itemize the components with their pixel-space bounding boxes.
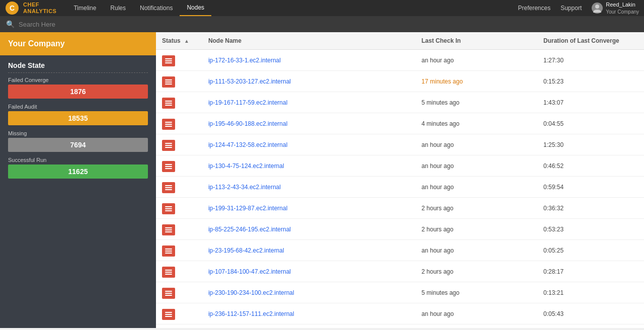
last-check-cell: an hour ago <box>416 50 537 71</box>
status-lines-icon <box>164 248 174 255</box>
status-icon[interactable] <box>162 140 175 151</box>
node-name-cell[interactable]: ip-111-53-203-127.ec2.internal <box>202 71 416 92</box>
missing-label: Missing <box>8 130 148 136</box>
sort-arrow-icon: ▲ <box>184 38 189 44</box>
status-icon[interactable] <box>162 288 175 299</box>
table-row: ip-130-4-75-124.ec2.internalan hour ago0… <box>156 155 644 177</box>
status-lines-icon <box>164 57 174 64</box>
node-name-cell[interactable]: ip-172-16-33-1.ec2.internal <box>202 50 416 71</box>
svg-text:C: C <box>10 4 15 12</box>
table-row: ip-124-47-132-58.ec2.internalan hour ago… <box>156 134 644 155</box>
status-icon[interactable] <box>162 309 175 320</box>
node-state-section: Node State Failed Converge 1876 Failed A… <box>0 55 156 190</box>
table-row: ip-115-232-235-228.ec2.internalan hour a… <box>156 324 644 328</box>
table-row: ip-111-53-203-127.ec2.internal17 minutes… <box>156 71 644 92</box>
duration-cell: 0:53:23 <box>537 219 644 240</box>
table-row: ip-195-46-90-188.ec2.internal4 minutes a… <box>156 113 644 134</box>
failed-audit-bar[interactable]: 18535 <box>8 111 148 125</box>
status-icon[interactable] <box>162 119 175 130</box>
duration-cell: 1:27:30 <box>537 50 644 71</box>
failed-converge-bar[interactable]: 1876 <box>8 85 148 99</box>
col-duration[interactable]: Duration of Last Converge <box>537 32 644 50</box>
status-icon[interactable] <box>162 203 175 214</box>
last-check-cell: 5 minutes ago <box>416 282 537 303</box>
nav-logo-row: C CHEF ANALYTiCS Timeline Rules Notifica… <box>5 0 211 16</box>
node-name-cell[interactable]: ip-19-167-117-59.ec2.internal <box>202 92 416 113</box>
duration-cell: 0:13:21 <box>537 282 644 303</box>
status-cell <box>156 155 202 177</box>
successful-bar[interactable]: 11625 <box>8 164 148 179</box>
user-name: Reed_Lakin <box>606 1 639 8</box>
node-name-cell[interactable]: ip-115-232-235-228.ec2.internal <box>202 324 416 328</box>
node-name-cell[interactable]: ip-236-112-157-111.ec2.internal <box>202 303 416 324</box>
last-check-cell: 2 hours ago <box>416 261 537 282</box>
top-navigation: C CHEF ANALYTiCS Timeline Rules Notifica… <box>0 0 644 16</box>
col-status[interactable]: Status ▲ <box>156 32 202 50</box>
status-cell <box>156 198 202 219</box>
nav-notifications[interactable]: Notifications <box>133 0 180 16</box>
nav-timeline[interactable]: Timeline <box>66 0 103 16</box>
status-cell <box>156 113 202 134</box>
col-node-name[interactable]: Node Name <box>202 32 416 50</box>
duration-cell: 0:05:43 <box>537 303 644 324</box>
status-icon[interactable] <box>162 55 175 66</box>
last-check-cell: 5 minutes ago <box>416 92 537 113</box>
preferences-link[interactable]: Preferences <box>518 5 550 12</box>
failed-converge-item: Failed Converge 1876 <box>8 77 148 99</box>
table-row: ip-107-184-100-47.ec2.internal2 hours ag… <box>156 261 644 282</box>
status-cell <box>156 219 202 240</box>
status-icon[interactable] <box>162 182 175 193</box>
last-check-cell: 2 hours ago <box>416 219 537 240</box>
duration-cell: 0:15:23 <box>537 71 644 92</box>
table-row: ip-230-190-234-100.ec2.internal5 minutes… <box>156 282 644 303</box>
col-last-check-in[interactable]: Last Check In <box>416 32 537 50</box>
nodes-table: Status ▲ Node Name Last Check In Duratio… <box>156 32 644 328</box>
status-icon[interactable] <box>162 267 175 278</box>
nav-nodes[interactable]: Nodes <box>180 0 211 16</box>
nav-rules[interactable]: Rules <box>103 0 133 16</box>
successful-label: Successful Run <box>8 157 148 163</box>
search-bar: 🔍 <box>0 16 644 32</box>
table-row: ip-113-2-43-34.ec2.internalan hour ago0:… <box>156 177 644 198</box>
last-check-cell: an hour ago <box>416 324 537 328</box>
status-icon[interactable] <box>162 161 175 172</box>
status-icon[interactable] <box>162 98 175 109</box>
status-icon[interactable] <box>162 224 175 235</box>
status-cell <box>156 282 202 303</box>
table-row: ip-85-225-246-195.ec2.internal2 hours ag… <box>156 219 644 240</box>
failed-audit-item: Failed Audit 18535 <box>8 104 148 125</box>
last-check-cell: an hour ago <box>416 134 537 155</box>
node-name-cell[interactable]: ip-85-225-246-195.ec2.internal <box>202 219 416 240</box>
duration-cell: 0:05:06 <box>537 324 644 328</box>
status-cell <box>156 134 202 155</box>
node-name-cell[interactable]: ip-130-4-75-124.ec2.internal <box>202 155 416 177</box>
status-icon[interactable] <box>162 245 175 257</box>
user-info: Reed_Lakin Your Company <box>592 1 639 15</box>
table-row: ip-23-195-68-42.ec2.internalan hour ago0… <box>156 240 644 261</box>
status-lines-icon <box>164 311 174 318</box>
chef-logo-icon: C <box>5 1 19 15</box>
table-body: ip-172-16-33-1.ec2.internalan hour ago1:… <box>156 50 644 328</box>
node-name-cell[interactable]: ip-230-190-234-100.ec2.internal <box>202 282 416 303</box>
company-header: Your Company <box>0 32 156 55</box>
node-name-cell[interactable]: ip-124-47-132-58.ec2.internal <box>202 134 416 155</box>
support-link[interactable]: Support <box>560 5 582 12</box>
node-name-cell[interactable]: ip-113-2-43-34.ec2.internal <box>202 177 416 198</box>
status-cell <box>156 303 202 324</box>
status-lines-icon <box>164 121 174 128</box>
search-input[interactable] <box>19 21 638 28</box>
status-lines-icon <box>164 269 174 276</box>
node-name-cell[interactable]: ip-199-31-129-87.ec2.internal <box>202 198 416 219</box>
status-icon[interactable] <box>162 76 175 88</box>
last-check-cell: an hour ago <box>416 155 537 177</box>
status-lines-icon <box>164 205 174 212</box>
logo-text: CHEF ANALYTiCS <box>23 2 56 15</box>
node-name-cell[interactable]: ip-23-195-68-42.ec2.internal <box>202 240 416 261</box>
missing-item: Missing 7694 <box>8 130 148 152</box>
node-state-title: Node State <box>8 61 148 73</box>
table-row: ip-19-167-117-59.ec2.internal5 minutes a… <box>156 92 644 113</box>
missing-bar[interactable]: 7694 <box>8 138 148 152</box>
node-name-cell[interactable]: ip-107-184-100-47.ec2.internal <box>202 261 416 282</box>
table-row: ip-236-112-157-111.ec2.internalan hour a… <box>156 303 644 324</box>
node-name-cell[interactable]: ip-195-46-90-188.ec2.internal <box>202 113 416 134</box>
